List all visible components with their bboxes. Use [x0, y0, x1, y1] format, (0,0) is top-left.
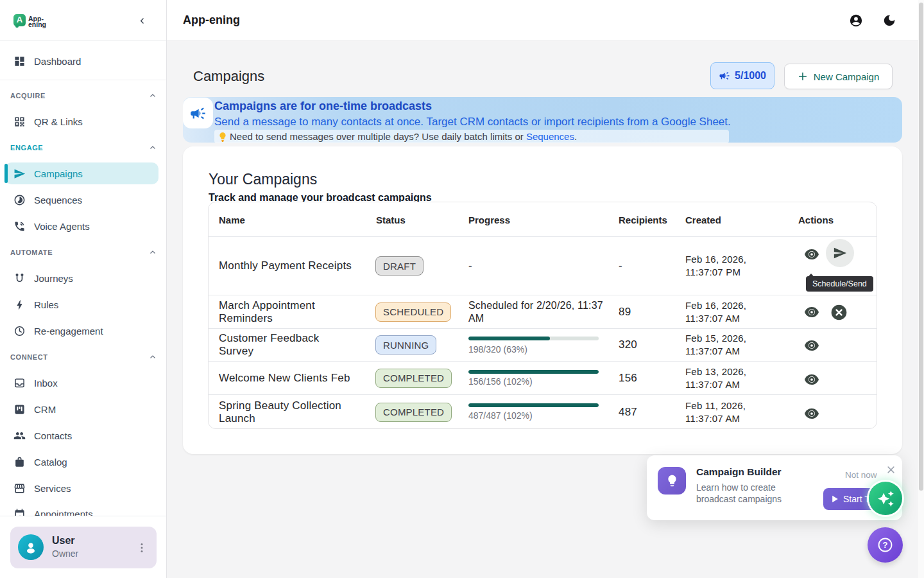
svg-text:?: ? [883, 540, 888, 550]
